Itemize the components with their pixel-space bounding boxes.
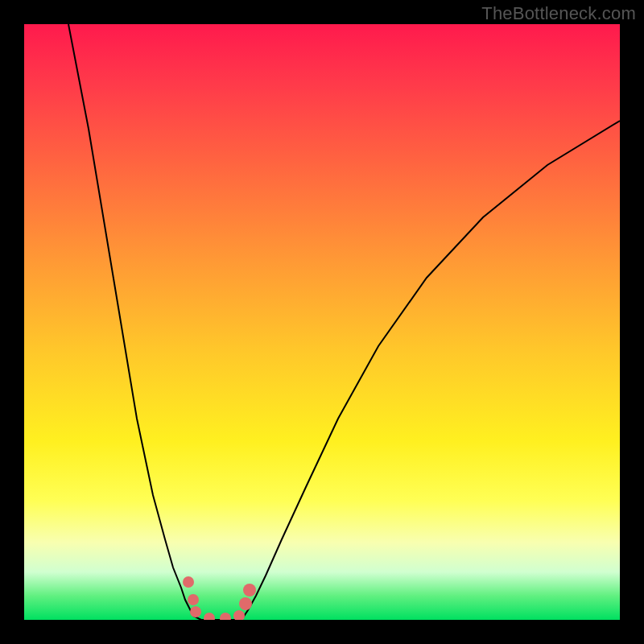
valley-dot [188,594,199,605]
valley-dot [239,597,252,610]
valley-dot [204,613,215,620]
valley-dot [243,584,256,597]
curve-right-branch [242,121,620,620]
curve-left-branch [68,24,201,620]
watermark-text: TheBottleneck.com [481,3,636,24]
valley-dot [190,606,201,617]
chart-frame: TheBottleneck.com [0,0,644,644]
valley-dot [220,613,231,620]
valley-dot [183,576,194,588]
valley-dot [233,610,245,620]
curve-svg [24,24,620,620]
plot-area [24,24,620,620]
